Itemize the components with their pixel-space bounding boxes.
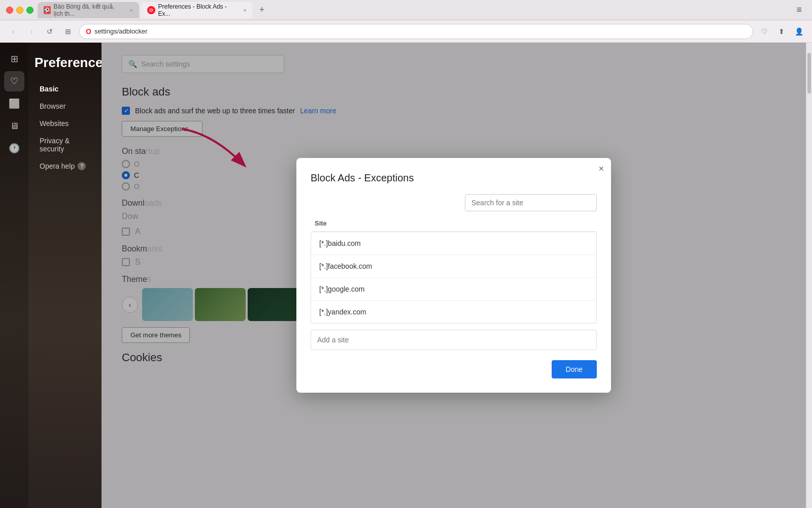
modal-site-list: [*.]baidu.com [*.]facebook.com [*.]googl… xyxy=(311,232,597,324)
maximize-window-button[interactable] xyxy=(26,7,33,14)
tab-favicon-active: O xyxy=(147,6,155,14)
settings-content: 🔍 Search settings Block ads ✓ Block ads … xyxy=(101,43,806,508)
minimize-window-button[interactable] xyxy=(16,7,23,14)
grid-button[interactable]: ⊞ xyxy=(61,24,75,39)
traffic-lights xyxy=(6,7,33,14)
modal-site-column-header: Site xyxy=(311,219,597,232)
sidebar-title: Preferences xyxy=(35,51,95,71)
sidebar-content: Preferences Basic Browser Websites Priva… xyxy=(28,43,101,508)
address-bar[interactable]: O settings/adblocker xyxy=(79,24,753,39)
modal-site-item-1: [*.]facebook.com xyxy=(311,255,596,278)
tab-favicon-inactive: ⚽ xyxy=(44,6,51,14)
new-tab-button[interactable]: + xyxy=(255,3,269,17)
reload-button[interactable]: ↺ xyxy=(43,24,57,39)
sidebar-icon-clock[interactable]: 🕐 xyxy=(4,138,24,158)
sidebar-icon-heart[interactable]: ♡ xyxy=(4,71,24,91)
modal-close-button[interactable]: × xyxy=(598,164,604,173)
favorites-icon[interactable]: ♡ xyxy=(757,24,771,39)
modal-overlay: × Block Ads - Exceptions Site [*.]baidu.… xyxy=(101,43,806,508)
tab-active-label: Preferences - Block Ads - Ex... xyxy=(158,3,239,17)
sidebar-item-websites[interactable]: Websites xyxy=(35,115,95,132)
block-ads-exceptions-modal: × Block Ads - Exceptions Site [*.]baidu.… xyxy=(296,158,611,393)
sidebar-icon-browser[interactable]: ⬜ xyxy=(4,93,24,114)
modal-search-input[interactable] xyxy=(465,194,597,211)
sidebar-icon-grid[interactable]: ⊞ xyxy=(4,49,24,69)
tab-inactive-label: Báo Bóng đá, kết quả, lịch th... xyxy=(54,3,125,17)
nav-bar: ‹ › ↺ ⊞ O settings/adblocker ♡ ⬆ 👤 xyxy=(0,20,812,43)
modal-done-button[interactable]: Done xyxy=(552,360,597,378)
scrollbar-thumb[interactable] xyxy=(807,53,811,93)
forward-button[interactable]: › xyxy=(24,24,39,39)
sidebar-item-basic[interactable]: Basic xyxy=(35,81,95,97)
address-text: settings/adblocker xyxy=(94,27,148,35)
tab-menu-icon[interactable]: ≡ xyxy=(796,5,806,15)
sidebar-item-privacy[interactable]: Privacy & security xyxy=(35,133,95,157)
modal-site-item-3: [*.]yandex.com xyxy=(311,301,596,323)
title-bar: ⚽ Báo Bóng đá, kết quả, lịch th... × O P… xyxy=(0,0,812,20)
nav-actions: ♡ ⬆ 👤 xyxy=(757,24,806,39)
scrollbar[interactable] xyxy=(806,43,812,508)
main-area: ⊞ ♡ ⬜ 🖥 🕐 Preferences Basic Browser Webs… xyxy=(0,43,812,508)
modal-title: Block Ads - Exceptions xyxy=(311,172,597,184)
tab-inactive-close[interactable]: × xyxy=(130,7,133,13)
help-icon: ? xyxy=(78,162,86,170)
sidebar-icon-monitor[interactable]: 🖥 xyxy=(4,116,24,136)
tab-active[interactable]: O Preferences - Block Ads - Ex... × xyxy=(141,2,253,18)
account-icon[interactable]: 👤 xyxy=(792,24,806,39)
back-button[interactable]: ‹ xyxy=(6,24,20,39)
sidebar-item-browser[interactable]: Browser xyxy=(35,98,95,114)
modal-add-site-input[interactable] xyxy=(311,330,597,350)
modal-site-item-2: [*.]google.com xyxy=(311,278,596,301)
browser-window: ⚽ Báo Bóng đá, kết quả, lịch th... × O P… xyxy=(0,0,812,508)
tab-bar: ⚽ Báo Bóng đá, kết quả, lịch th... × O P… xyxy=(38,1,806,19)
sidebar-item-opera-help[interactable]: Opera help ? xyxy=(35,158,95,174)
tab-inactive[interactable]: ⚽ Báo Bóng đá, kết quả, lịch th... × xyxy=(38,2,139,18)
modal-footer: Done xyxy=(311,360,597,378)
share-icon[interactable]: ⬆ xyxy=(774,24,789,39)
opera-logo-icon: O xyxy=(86,27,91,36)
close-window-button[interactable] xyxy=(6,7,13,14)
sidebar: ⊞ ♡ ⬜ 🖥 🕐 Preferences Basic Browser Webs… xyxy=(0,43,101,508)
modal-site-item-0: [*.]baidu.com xyxy=(311,232,596,255)
tab-active-close[interactable]: × xyxy=(244,7,247,13)
sidebar-icon-rail: ⊞ ♡ ⬜ 🖥 🕐 xyxy=(0,43,28,508)
